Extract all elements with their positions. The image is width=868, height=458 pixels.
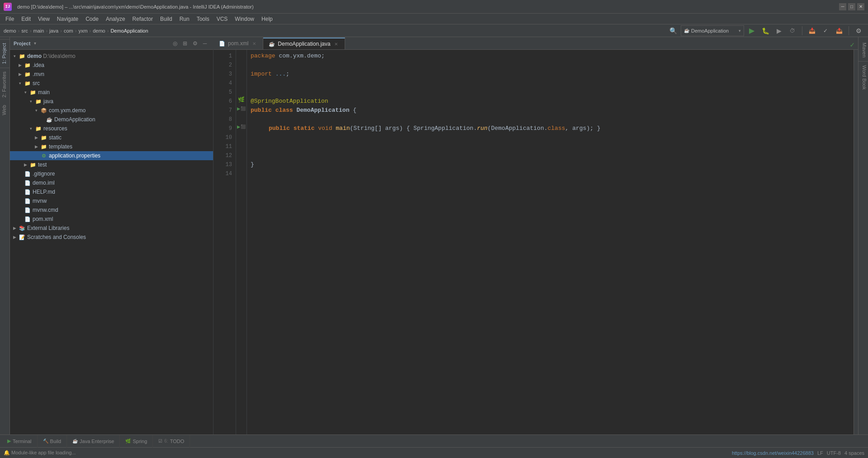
vcs-update-button[interactable]: 📥 — [806, 25, 818, 37]
editor-scrollbar[interactable] — [854, 50, 858, 434]
tree-item-package[interactable]: ▾ 📦 com.yxm.demo — [10, 106, 213, 115]
run-button[interactable]: ▶ — [746, 25, 758, 37]
tree-item-idea[interactable]: ▶ 📁 .idea — [10, 61, 213, 70]
tree-item-helpmd[interactable]: 📄 HELP.md — [10, 187, 213, 196]
tree-item-scratches[interactable]: ▶ 📝 Scratches and Consoles — [10, 233, 213, 242]
menu-vcs[interactable]: VCS — [213, 14, 232, 24]
tree-item-pomxml[interactable]: 📄 pom.xml — [10, 215, 213, 224]
breadcrumb-sep: › — [18, 28, 20, 33]
vcs-commit-button[interactable]: ✓ — [820, 25, 831, 37]
tree-toggle-empty — [17, 216, 23, 222]
line-num-11: 11 — [215, 142, 232, 151]
code-content[interactable]: package com.yxm.demo; import ...; @Sprin… — [247, 50, 854, 434]
menu-tools[interactable]: Tools — [193, 14, 213, 24]
menu-edit[interactable]: Edit — [18, 14, 34, 24]
gutter-9: ▶ ⬛ — [236, 122, 247, 131]
left-tab-web[interactable]: Web — [0, 101, 10, 119]
status-lf[interactable]: LF — [817, 450, 823, 456]
right-tab-wordbook[interactable]: Word Book — [859, 62, 868, 93]
left-tab-favorites[interactable]: 2: Favorites — [0, 67, 10, 101]
tree-item-demo-root[interactable]: ▾ 📁 demo D:\idea\demo — [10, 52, 213, 61]
tree-item-label: static — [49, 134, 62, 141]
tab-demoapplication[interactable]: ☕ DemoApplication.java ✕ — [263, 38, 345, 49]
breadcrumb-item-main[interactable]: main — [33, 28, 44, 33]
panel-dropdown-icon[interactable]: ▾ — [34, 41, 36, 46]
vcs-push-button[interactable]: 📤 — [833, 25, 845, 37]
panel-locate-button[interactable]: ◎ — [171, 39, 180, 48]
panel-hide-button[interactable]: ─ — [200, 39, 209, 48]
menu-code[interactable]: Code — [82, 14, 102, 24]
run-gutter-icon-7[interactable]: ▶ — [237, 105, 240, 112]
menu-help[interactable]: Help — [258, 14, 276, 24]
status-url[interactable]: https://blog.csdn.net/weixin44226883 — [732, 450, 814, 456]
tree-item-demoapplication[interactable]: ☕ DemoApplication — [10, 115, 213, 124]
menu-file[interactable]: File — [2, 14, 18, 24]
menu-window[interactable]: Window — [231, 14, 258, 24]
spring-boot-gutter-icon[interactable]: 🌿 — [238, 96, 245, 103]
coverage-button[interactable]: ▶ — [773, 25, 785, 37]
tree-item-mvnw[interactable]: 📄 mvnw — [10, 196, 213, 205]
menu-refactor[interactable]: Refactor — [129, 14, 157, 24]
bottom-tab-terminal[interactable]: ▶ Terminal — [2, 435, 38, 448]
search-everywhere-button[interactable]: 🔍 — [667, 25, 679, 37]
run-gutter-icon-9[interactable]: ▶ — [237, 124, 240, 130]
breadcrumb-sep: › — [30, 28, 32, 33]
tree-item-label: demo.iml — [33, 180, 55, 186]
tab-demoapplication-close[interactable]: ✕ — [333, 41, 339, 47]
status-utf8[interactable]: UTF-8 — [827, 450, 841, 456]
tree-item-static[interactable]: ▶ 📁 static — [10, 133, 213, 142]
menu-analyze[interactable]: Analyze — [102, 14, 129, 24]
breadcrumb-item-democlass[interactable]: DemoApplication — [110, 28, 148, 33]
profile-button[interactable]: ⏱ — [787, 25, 798, 37]
breadcrumb-sep: › — [60, 28, 62, 33]
debug-gutter-icon-9[interactable]: ⬛ — [241, 124, 246, 129]
debug-button[interactable]: 🐛 — [759, 25, 771, 37]
breadcrumb-item-yxm[interactable]: yxm — [78, 28, 87, 33]
tree-item-test[interactable]: ▶ 📁 test — [10, 160, 213, 169]
tree-item-properties[interactable]: ⚙ application.properties — [10, 151, 213, 160]
tab-pomxml-close[interactable]: ✕ — [251, 40, 257, 47]
tab-pomxml[interactable]: 📄 pom.xml ✕ — [213, 38, 263, 49]
breadcrumb-item-com[interactable]: com — [64, 28, 73, 33]
tree-item-gitignore[interactable]: 📄 .gitignore — [10, 169, 213, 178]
run-config-selector[interactable]: ☕ DemoApplication ▾ — [681, 25, 744, 36]
tree-item-mvn[interactable]: ▶ 📁 .mvn — [10, 70, 213, 79]
panel-expand-button[interactable]: ⊞ — [180, 39, 190, 48]
bottom-tab-spring[interactable]: 🌿 Spring — [120, 435, 153, 448]
bottom-tab-java-enterprise[interactable]: ☕ Java Enterprise — [67, 435, 120, 448]
tree-item-label: mvnw — [33, 198, 47, 204]
tree-item-main[interactable]: ▾ 📁 main — [10, 88, 213, 97]
breadcrumb-item-src[interactable]: src — [21, 28, 28, 33]
bottom-tab-todo[interactable]: ☑ 6: TODO — [153, 435, 190, 448]
breadcrumb-item-demo[interactable]: demo — [4, 28, 16, 33]
title-bar-title: demo [D:\idea\demo] – ...\src\main\java\… — [17, 4, 254, 10]
tree-item-iml[interactable]: 📄 demo.iml — [10, 178, 213, 187]
status-indent[interactable]: 4 spaces — [844, 450, 864, 456]
tab-pomxml-label: pom.xml — [228, 40, 248, 47]
tree-item-src[interactable]: ▾ 📁 src — [10, 79, 213, 88]
debug-gutter-icon-7[interactable]: ⬛ — [241, 106, 246, 111]
menu-navigate[interactable]: Navigate — [53, 14, 82, 24]
tree-item-label: Scratches and Consoles — [27, 234, 86, 240]
menu-run[interactable]: Run — [176, 14, 193, 24]
right-tab-maven[interactable]: Maven — [859, 39, 868, 62]
panel-gear-button[interactable]: ⚙ — [190, 39, 199, 48]
tree-item-templates[interactable]: ▶ 📁 templates — [10, 142, 213, 151]
close-button[interactable]: ✕ — [857, 3, 864, 10]
tree-item-resources[interactable]: ▾ 📁 resources — [10, 124, 213, 133]
tree-toggle-icon: ▶ — [12, 225, 17, 231]
menu-view[interactable]: View — [34, 14, 53, 24]
maximize-button[interactable]: □ — [848, 3, 855, 10]
bottom-tab-build[interactable]: 🔨 Build — [38, 435, 67, 448]
tree-item-mvnwcmd[interactable]: 📄 mvnw.cmd — [10, 205, 213, 215]
breadcrumb-item-java[interactable]: java — [49, 28, 58, 33]
tree-item-external-libraries[interactable]: ▶ 📚 External Libraries — [10, 224, 213, 233]
menu-build[interactable]: Build — [157, 14, 176, 24]
minimize-button[interactable]: ─ — [839, 3, 846, 10]
breadcrumb-item-demo2[interactable]: demo — [93, 28, 105, 33]
tree-toggle-icon: ▾ — [23, 90, 28, 95]
tree-toggle-icon: ▶ — [23, 162, 28, 167]
left-tab-project[interactable]: 1: Project — [0, 39, 10, 67]
tree-item-java[interactable]: ▾ 📁 java — [10, 97, 213, 106]
settings-button[interactable]: ⚙ — [853, 25, 864, 37]
